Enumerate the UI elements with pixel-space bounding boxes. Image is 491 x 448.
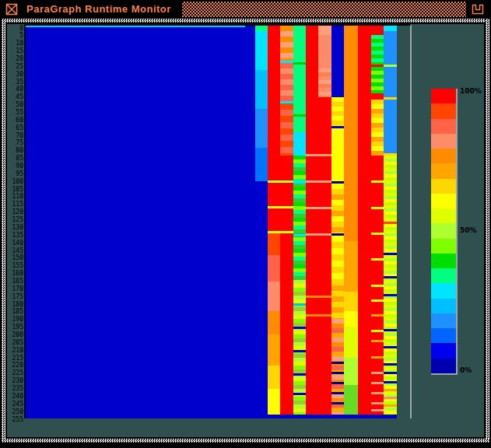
heatmap-marker-line [371,233,384,235]
heatmap-segment [293,117,306,132]
y-tick-label: 255 [3,417,23,423]
y-tick-label: 145 [3,248,23,254]
heatmap-segment [331,184,344,189]
heatmap-marker-line [371,372,384,374]
legend-band [431,134,456,149]
heatmap-segment [268,255,280,282]
heatmap-segment [280,135,293,141]
y-tick-label: 0 [3,26,23,32]
y-tick-label: 165 [3,278,23,285]
y-tick-label: 65 [3,125,23,131]
heatmap-marker-line [293,393,306,395]
heatmap-segment [268,366,280,389]
heatmap-segment [331,200,344,205]
heatmap-segment [384,31,397,65]
heatmap-segment [280,128,293,135]
y-tick-label: 140 [3,240,23,247]
heatmap-segment [331,216,344,222]
heatmap-segment [280,31,293,37]
heatmap-marker-line [331,362,344,364]
heatmap-segment [331,254,344,261]
heatmap-marker-line [331,382,344,384]
bottom-bar [255,415,397,418]
window-menu-icon[interactable] [2,2,22,17]
y-tick-label: 15 [3,48,23,54]
heatmap-segment [331,189,344,194]
legend-band [431,313,456,329]
heatmap-marker-line [331,402,344,404]
heatmap-segment [268,233,280,255]
heatmap-segment [280,183,293,206]
heatmap-segment [280,208,293,231]
heatmap-marker-line [293,327,306,329]
heatmap-marker-line [371,356,384,359]
heatmap-marker-line [384,397,397,399]
legend-band [431,239,456,254]
y-tick-label: 55 [3,110,23,116]
heatmap-segment [255,70,268,109]
y-tick-label: 5 [3,33,23,39]
heatmap-segment [280,53,293,58]
legend-band [431,208,456,224]
heatmap-segment [331,267,344,273]
y-tick-label: 215 [3,355,23,362]
window-border-bottom[interactable] [2,439,489,443]
window-resize-icon[interactable] [466,2,489,17]
heatmap-segment [331,222,344,227]
y-tick-label: 25 [3,64,23,70]
heatmap-segment [344,358,358,385]
y-tick-label: 240 [3,394,23,400]
heatmap-marker-line [371,340,384,342]
heatmap-segment [280,79,293,85]
y-tick-label: 110 [3,194,23,200]
heatmap-segment [280,233,293,415]
y-tick-label: 210 [3,348,23,354]
heatmap-segment [268,26,280,180]
heatmap-marker-line [384,363,397,366]
y-tick-label: 245 [3,401,23,408]
window-border-right[interactable] [486,19,489,443]
heatmap-segment [331,242,344,248]
heatmap-canvas [26,26,410,418]
heatmap-segment [293,26,306,62]
y-tick-label: 205 [3,340,23,346]
y-tick-label: 175 [3,294,23,300]
legend-band [431,89,456,104]
heatmap-marker-line [371,402,384,404]
app-window: ParaGraph Runtime Monitor 05101520253035… [0,0,491,448]
utilization-heatmap[interactable] [24,24,412,418]
heatmap-segment [255,109,268,148]
heatmap-segment [331,302,344,307]
y-tick-label: 235 [3,386,23,392]
y-tick-label: 230 [3,378,23,384]
heatmap-segment [331,280,344,285]
heatmap-marker-line [331,392,344,394]
heatmap-marker-line [293,234,306,236]
legend-band [431,179,456,194]
title-bar[interactable]: ParaGraph Runtime Monitor [2,2,489,17]
heatmap-marker-line [371,330,384,332]
y-tick-label: 125 [3,217,23,223]
heatmap-segment [280,85,293,90]
heatmap-marker-line [384,389,397,391]
heatmap-segment [306,26,318,415]
heatmap-marker-line [371,285,384,287]
heatmap-marker-line [306,207,318,209]
heatmap-segment [280,47,293,53]
top-strip [26,26,245,27]
y-tick-label: 40 [3,86,23,93]
heatmap-segment [331,211,344,216]
heatmap-marker-line [318,233,331,236]
heatmap-segment [280,63,293,68]
y-tick-label: 60 [3,117,23,124]
legend-band [431,328,456,344]
color-scale-bands [431,89,456,373]
heatmap-marker-line [306,180,318,183]
heatmap-segment [280,96,293,101]
legend-band [431,299,456,314]
heatmap-segment [358,26,371,415]
heatmap-segment [268,389,280,415]
heatmap-marker-line [371,207,384,209]
heatmap-marker-line [384,276,397,278]
heatmap-segment [331,26,344,97]
